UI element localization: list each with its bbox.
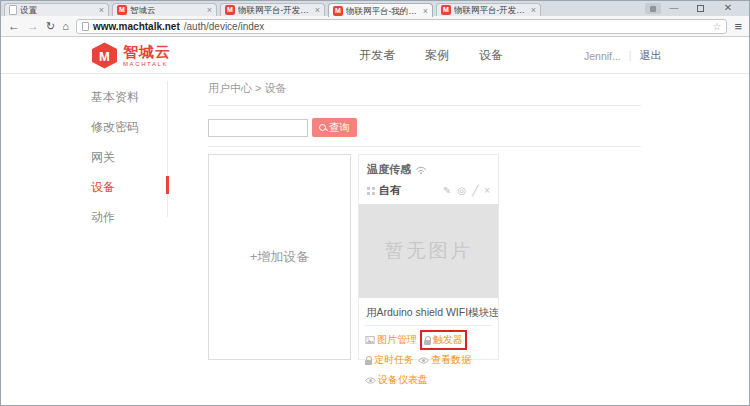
main-content: 用户中心 > 设备 查询 +增加设备 温度传感 [208, 81, 641, 360]
svg-text:M: M [99, 49, 110, 64]
tab-close-icon[interactable]: × [99, 5, 104, 15]
add-device-card[interactable]: +增加设备 [208, 154, 351, 360]
no-image-text: 暂无图片 [385, 238, 473, 264]
add-device-label: +增加设备 [250, 248, 310, 266]
logo-title: 智城云 [123, 44, 171, 60]
machtalk-favicon-icon: M [333, 6, 343, 16]
device-card: 温度传感 自有 ✎ ◎ ╱ × [358, 154, 499, 360]
browser-tab-machtalk-home[interactable]: M 智城云 × [112, 3, 217, 16]
edit-pencil-icon[interactable]: ✎ [443, 185, 451, 197]
tab-title: 设置 [20, 4, 96, 16]
nav-item-devices[interactable]: 设备 [479, 47, 503, 64]
sidebar-item-change-password[interactable]: 修改密码 [91, 114, 167, 141]
device-title: 温度传感 [367, 162, 411, 177]
sidebar: 基本资料 修改密码 网关 设备 动作 [91, 81, 168, 217]
machtalk-favicon-icon: M [441, 5, 451, 15]
page-icon [82, 22, 89, 31]
browser-tab-my-devices-active[interactable]: M 物联网平台-我的设备 × [328, 3, 433, 17]
tab-close-icon[interactable]: × [315, 5, 320, 15]
blank-page-favicon-icon [9, 5, 17, 15]
magnifier-icon [319, 124, 327, 132]
tab-title: 智城云 [130, 4, 204, 16]
device-ownership: 自有 [379, 183, 401, 198]
pen-slash-icon[interactable]: ╱ [472, 185, 478, 197]
tab-close-icon[interactable]: × [423, 6, 428, 16]
search-input[interactable] [208, 119, 308, 137]
sidebar-item-devices[interactable]: 设备 [91, 174, 167, 201]
nav-item-cases[interactable]: 案例 [425, 47, 449, 64]
window-close-button[interactable]: ✕ [721, 3, 735, 13]
url-path: /auth/device/index [184, 21, 265, 32]
chrome-menu-icon[interactable]: ≡ [734, 19, 742, 34]
image-icon [365, 336, 375, 344]
url-domain: www.machtalk.net [93, 21, 180, 32]
refresh-button-icon[interactable]: ↻ [46, 19, 55, 33]
device-cards: +增加设备 温度传感 自有 ✎ ◎ [208, 154, 641, 360]
eye-icon [418, 357, 429, 364]
user-area: Jennif... | 退出 [584, 38, 661, 73]
forward-button-icon[interactable]: → [27, 19, 39, 33]
separator: | [629, 50, 632, 61]
lock-icon [365, 360, 372, 365]
machtalk-favicon-icon: M [225, 5, 235, 15]
breadcrumb: 用户中心 > 设备 [208, 81, 641, 106]
sidebar-item-gateway[interactable]: 网关 [91, 144, 167, 171]
browser-tab-register-1[interactable]: M 物联网平台-开发者-注册| × [220, 3, 325, 16]
eye-icon [365, 377, 376, 384]
logo-subtitle: MACHTALK [123, 60, 171, 68]
browser-tabstrip: 设置 × M 智城云 × M 物联网平台-开发者-注册| × M 物联网平台-我… [1, 1, 749, 16]
tab-title: 物联网平台-我的设备 [346, 5, 420, 17]
tab-close-icon[interactable]: × [207, 5, 212, 15]
user-name[interactable]: Jennif... [584, 50, 621, 62]
logout-link[interactable]: 退出 [639, 48, 661, 63]
address-bar[interactable]: www.machtalk.net /auth/device/index ☆ [76, 19, 728, 34]
browser-tab-settings[interactable]: 设置 × [4, 3, 109, 16]
trigger-highlight-box: 触发器 [420, 330, 467, 350]
nav-item-developer[interactable]: 开发者 [359, 47, 395, 64]
machtalk-logo[interactable]: M 智城云 MACHTALK [91, 42, 171, 69]
device-links: 图片管理 触发器 定时任务 [359, 326, 498, 394]
machtalk-logo-icon: M [91, 42, 118, 69]
device-image-placeholder: 暂无图片 [359, 204, 498, 298]
search-button[interactable]: 查询 [312, 118, 357, 137]
link-scheduled-tasks[interactable]: 定时任务 [365, 353, 414, 367]
home-button-icon[interactable]: ⌂ [62, 19, 69, 33]
tab-title: 物联网平台-开发者-注册| [454, 4, 528, 16]
window-minimize-button[interactable]: — [667, 3, 681, 13]
delete-icon[interactable]: × [484, 185, 490, 197]
link-image-management[interactable]: 图片管理 [365, 333, 417, 347]
search-row: 查询 [208, 118, 641, 147]
browser-window: 设置 × M 智城云 × M 物联网平台-开发者-注册| × M 物联网平台-我… [0, 0, 750, 406]
top-nav: 开发者 案例 设备 [359, 38, 503, 73]
search-button-label: 查询 [329, 121, 350, 135]
target-circle-icon[interactable]: ◎ [457, 185, 466, 197]
lock-icon [424, 340, 431, 345]
device-title-row: 温度传感 [359, 155, 498, 177]
browser-tab-register-2[interactable]: M 物联网平台-开发者-注册| × [436, 3, 541, 16]
browser-toolbar: ← → ↻ ⌂ www.machtalk.net /auth/device/in… [1, 16, 749, 37]
link-device-dashboard[interactable]: 设备仪表盘 [365, 373, 428, 387]
grid-icon [367, 187, 375, 195]
window-maximize-button[interactable] [693, 3, 707, 14]
device-tools: ✎ ◎ ╱ × [443, 185, 490, 197]
site-header: M 智城云 MACHTALK 开发者 案例 设备 Jennif... | 退出 [1, 38, 749, 74]
wifi-status-icon [415, 165, 427, 175]
device-meta-row: 自有 ✎ ◎ ╱ × [359, 177, 498, 204]
tab-title: 物联网平台-开发者-注册| [238, 4, 312, 16]
machtalk-favicon-icon: M [117, 5, 127, 15]
sidebar-item-basic-info[interactable]: 基本资料 [91, 84, 167, 111]
link-trigger[interactable]: 触发器 [424, 333, 463, 347]
tab-close-icon[interactable]: × [531, 5, 536, 15]
link-view-data[interactable]: 查看数据 [418, 353, 471, 367]
device-description: 用Arduino shield WIFI模块连接物... [359, 298, 498, 325]
bookmark-star-icon[interactable]: ☆ [712, 21, 721, 32]
sidebar-item-actions[interactable]: 动作 [91, 204, 167, 231]
back-button-icon[interactable]: ← [8, 19, 20, 33]
profile-icon[interactable] [645, 3, 661, 14]
